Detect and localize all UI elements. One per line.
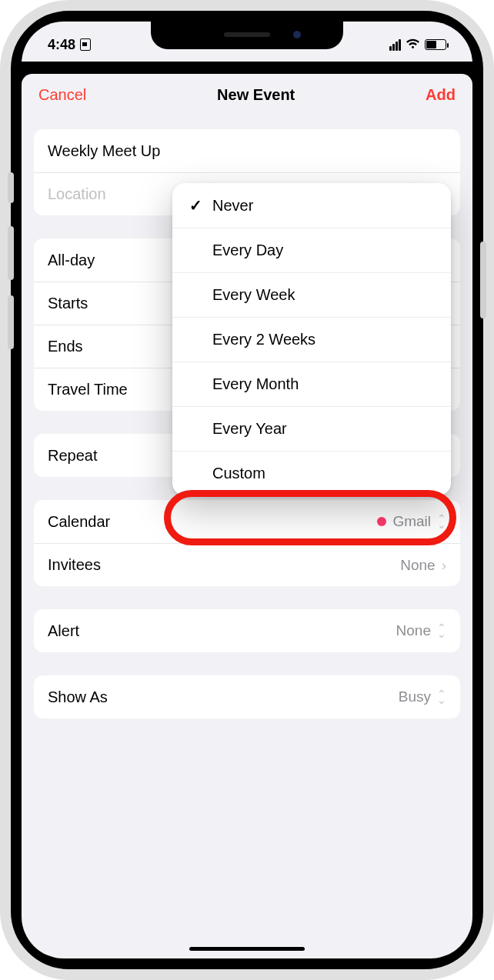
repeat-option-every-month[interactable]: Every Month [172, 362, 451, 406]
repeat-option-label: Every Day [212, 242, 283, 259]
chevron-updown-icon: ⌃⌄ [437, 691, 446, 703]
chevron-updown-icon: ⌃⌄ [437, 625, 446, 637]
navbar: Cancel New Event Add [22, 74, 472, 115]
sim-icon [80, 38, 91, 51]
invitees-row[interactable]: Invitees None › [34, 543, 460, 586]
starts-label: Starts [48, 295, 88, 312]
volume-up-button [8, 226, 14, 280]
mute-switch [8, 172, 14, 203]
power-button [480, 242, 486, 318]
cancel-button[interactable]: Cancel [38, 86, 86, 104]
chevron-updown-icon: ⌃⌄ [437, 515, 446, 528]
home-indicator[interactable] [189, 947, 305, 951]
calendar-color-dot [377, 517, 386, 526]
showas-group: Show As Busy ⌃⌄ [34, 675, 460, 718]
ends-label: Ends [48, 338, 83, 355]
invitees-label: Invitees [48, 556, 101, 574]
invitees-value: None [400, 557, 435, 574]
location-placeholder: Location [48, 185, 106, 203]
travel-time-label: Travel Time [48, 381, 128, 398]
repeat-option-label: Custom [212, 465, 265, 482]
battery-icon [425, 39, 446, 50]
repeat-option-custom[interactable]: Custom [172, 451, 451, 495]
add-button[interactable]: Add [426, 86, 456, 104]
title-field[interactable]: Weekly Meet Up [34, 129, 460, 172]
event-title-value: Weekly Meet Up [48, 142, 160, 160]
repeat-popover: ✓ Never Every Day Every Week Every 2 Wee… [172, 183, 451, 495]
repeat-option-every-year[interactable]: Every Year [172, 406, 451, 451]
page-title: New Event [217, 86, 295, 104]
alert-label: Alert [48, 622, 79, 640]
calendar-label: Calendar [48, 513, 110, 531]
repeat-option-every-day[interactable]: Every Day [172, 228, 451, 272]
phone-frame: 4:48 Cancel New Event [0, 0, 494, 980]
chevron-right-icon: › [442, 557, 446, 574]
repeat-option-every-week[interactable]: Every Week [172, 272, 451, 317]
check-icon: ✓ [189, 196, 212, 215]
repeat-option-every-2-weeks[interactable]: Every 2 Weeks [172, 317, 451, 362]
repeat-option-label: Every Month [212, 375, 299, 393]
repeat-option-label: Every Year [212, 420, 287, 438]
repeat-label: Repeat [48, 447, 98, 465]
notch [151, 22, 343, 49]
repeat-option-label: Never [212, 197, 253, 215]
showas-row[interactable]: Show As Busy ⌃⌄ [34, 675, 460, 718]
volume-down-button [8, 295, 14, 349]
alert-value: None [396, 622, 431, 639]
calendar-invitees-group: Calendar Gmail ⌃⌄ Invitees None › [34, 500, 460, 586]
repeat-option-label: Every 2 Weeks [212, 331, 315, 348]
wifi-icon [406, 37, 420, 53]
showas-value: Busy [399, 688, 431, 705]
cellular-icon [389, 39, 401, 51]
repeat-option-never[interactable]: ✓ Never [172, 183, 451, 228]
calendar-value: Gmail [392, 513, 431, 530]
alert-group: Alert None ⌃⌄ [34, 609, 460, 652]
alert-row[interactable]: Alert None ⌃⌄ [34, 609, 460, 652]
calendar-row[interactable]: Calendar Gmail ⌃⌄ [34, 500, 460, 543]
repeat-option-label: Every Week [212, 286, 295, 304]
clock: 4:48 [48, 37, 75, 53]
allday-label: All-day [48, 252, 95, 269]
showas-label: Show As [48, 688, 108, 706]
